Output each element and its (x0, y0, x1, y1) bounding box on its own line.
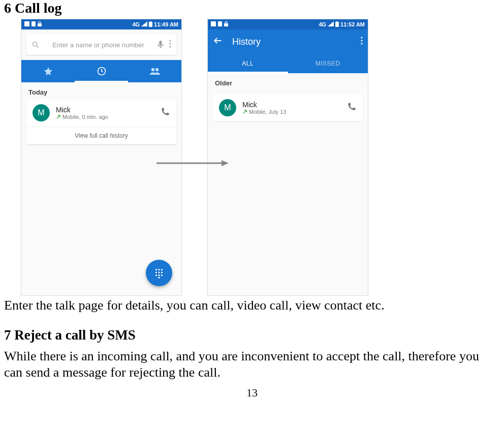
history-header: History ALL MISSED (208, 29, 368, 73)
section-7-title: 7 Reject a call by SMS (4, 327, 500, 343)
screenshot-row: 4G 11:49 AM Enter a name or phone number (4, 19, 500, 295)
entry-subtitle: Mobile, July 13 (249, 109, 286, 115)
nav-tabs (21, 60, 181, 82)
sim-icon (32, 21, 36, 27)
svg-point-30 (361, 40, 362, 41)
svg-point-29 (361, 37, 362, 38)
search-placeholder: Enter a name or phone number (40, 41, 157, 49)
svg-rect-25 (218, 21, 222, 26)
entry-name: Mick (56, 106, 108, 114)
tab-contacts[interactable] (128, 60, 181, 82)
outgoing-call-icon (242, 109, 247, 114)
network-label: 4G (319, 21, 326, 27)
svg-point-14 (155, 269, 157, 270)
lock-icon (38, 21, 42, 27)
call-button[interactable] (160, 107, 170, 119)
svg-point-9 (169, 43, 171, 44)
svg-point-23 (158, 277, 160, 279)
tab-favorites[interactable] (21, 60, 75, 82)
search-bar[interactable]: Enter a name or phone number (26, 35, 176, 55)
signal-icon (141, 21, 147, 27)
svg-rect-7 (160, 41, 162, 46)
screenshot-recents: 4G 11:49 AM Enter a name or phone number (21, 19, 181, 295)
section-today-label: Today (21, 82, 181, 99)
recents-card: M Mick Mobile, 0 min. ago View full call… (26, 99, 176, 144)
svg-line-6 (37, 46, 38, 47)
avatar: M (33, 104, 50, 121)
svg-point-21 (158, 274, 160, 276)
notification-icon (24, 21, 29, 27)
svg-point-13 (155, 68, 158, 71)
entry-subtitle: Mobile, 0 min. ago (62, 114, 108, 120)
mic-icon[interactable] (157, 40, 164, 49)
status-time: 11:52 AM (340, 21, 365, 27)
svg-point-12 (151, 68, 154, 71)
header-title: History (232, 37, 261, 47)
svg-point-19 (161, 271, 163, 273)
section-7-body: While there is an incoming call, and you… (4, 348, 500, 381)
section-6-title: 6 Call log (4, 0, 500, 16)
call-entry[interactable]: M Mick Mobile, 0 min. ago (26, 99, 176, 127)
battery-icon (149, 21, 152, 28)
svg-rect-2 (38, 23, 42, 26)
svg-point-18 (158, 271, 160, 273)
battery-icon (335, 21, 339, 28)
svg-rect-28 (336, 21, 338, 22)
svg-point-17 (155, 271, 157, 273)
view-full-history-button[interactable]: View full call history (26, 127, 176, 144)
notification-icon (211, 21, 216, 27)
svg-point-5 (33, 42, 37, 46)
back-icon[interactable] (213, 36, 223, 48)
tab-recents[interactable] (75, 60, 128, 82)
transition-arrow-icon (156, 160, 230, 167)
svg-rect-26 (224, 23, 228, 26)
call-button[interactable] (346, 102, 357, 114)
svg-rect-3 (149, 22, 152, 27)
svg-point-10 (169, 46, 171, 47)
signal-icon (328, 21, 334, 27)
dialpad-fab[interactable] (146, 260, 172, 286)
status-bar: 4G 11:49 AM (21, 19, 181, 29)
svg-point-16 (161, 269, 163, 270)
svg-rect-1 (32, 21, 36, 26)
svg-point-8 (169, 40, 171, 41)
svg-rect-4 (150, 21, 151, 22)
page-number: 13 (4, 386, 500, 400)
svg-point-31 (361, 43, 362, 44)
entry-name: Mick (242, 101, 286, 109)
avatar: M (219, 99, 236, 116)
svg-point-15 (158, 269, 160, 270)
status-bar: 4G 11:52 AM (208, 19, 368, 29)
status-time: 11:49 AM (154, 21, 178, 27)
outgoing-call-icon (56, 114, 61, 119)
tab-missed[interactable]: MISSED (288, 54, 368, 73)
screenshot-history: 4G 11:52 AM History ALL (208, 19, 368, 295)
more-icon[interactable] (361, 37, 363, 47)
network-label: 4G (132, 21, 140, 27)
svg-rect-0 (24, 21, 29, 26)
sim-icon (218, 21, 222, 27)
call-entry[interactable]: M Mick Mobile, July 13 (213, 94, 363, 121)
section-6-body: Enter the talk page for details, you can… (4, 297, 500, 314)
svg-point-22 (161, 274, 163, 276)
history-card: M Mick Mobile, July 13 (213, 94, 363, 121)
svg-rect-27 (335, 22, 339, 27)
section-older-label: Older (208, 73, 368, 90)
svg-rect-24 (211, 21, 216, 26)
more-icon[interactable] (169, 40, 171, 50)
svg-point-20 (155, 274, 157, 276)
search-icon (32, 41, 40, 49)
tab-all[interactable]: ALL (208, 54, 288, 73)
lock-icon (224, 21, 228, 27)
